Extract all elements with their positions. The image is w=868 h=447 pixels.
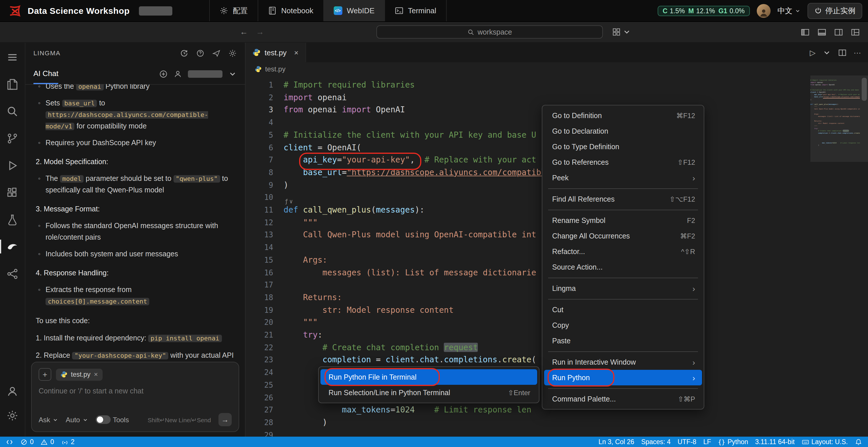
- context-file-chip[interactable]: test.py ×: [56, 369, 102, 380]
- breadcrumb[interactable]: test.py: [246, 62, 868, 75]
- status-item-bell[interactable]: [855, 438, 862, 446]
- stop-instance-button[interactable]: 停止实例: [807, 3, 862, 19]
- editor-tab-testpy[interactable]: test.py ×: [246, 43, 306, 62]
- send-hint: Shift↵New Line/↵Send: [148, 416, 211, 423]
- activity-item-run-debug[interactable]: [0, 157, 25, 174]
- activity-item-source-control[interactable]: [0, 130, 25, 147]
- inline-function-action[interactable]: ƒ∨: [285, 195, 294, 207]
- model-dropdown[interactable]: Auto: [66, 416, 88, 424]
- user-avatar[interactable]: [757, 4, 771, 18]
- line-number: 1: [246, 79, 273, 91]
- status-item-3-11-11-64-bit[interactable]: 3.11.11 64-bit: [755, 438, 795, 445]
- status-item-0[interactable]: 0: [20, 438, 34, 446]
- grid-menu-button[interactable]: [612, 28, 631, 36]
- activity-item-account[interactable]: [0, 382, 25, 400]
- status-item-spaces-4[interactable]: Spaces: 4: [641, 438, 671, 445]
- toggle-secondary-sidebar-icon[interactable]: [834, 28, 843, 37]
- status-item-remote[interactable]: [6, 438, 13, 446]
- run-debug-icon: [6, 159, 19, 171]
- tab-ai-chat[interactable]: AI Chat: [33, 63, 59, 84]
- menu-item-rename-symbol[interactable]: Rename SymbolF2: [544, 213, 702, 228]
- chevron-down-icon[interactable]: [228, 69, 237, 78]
- chat-block-olist: 1. Install the required dependency: pip …: [36, 332, 236, 344]
- remove-context-icon[interactable]: ×: [94, 371, 98, 379]
- toggle-panel-icon[interactable]: [817, 28, 827, 37]
- scrollbar-thumb[interactable]: [862, 78, 867, 101]
- code-line: 1# Import required libraries: [246, 79, 868, 91]
- toggle-sidebar-icon[interactable]: [801, 28, 810, 37]
- chat-block-bullet: Follows the standard OpenAI messages str…: [36, 220, 236, 243]
- menu-item-copy[interactable]: Copy: [544, 317, 702, 333]
- line-number: 21: [246, 329, 273, 341]
- menu-item-command-palette[interactable]: Command Palette...⇧⌘P: [544, 391, 702, 407]
- menu-item-go-to-definition[interactable]: Go to Definition⌘F12: [544, 108, 702, 123]
- add-context-button[interactable]: +: [39, 368, 51, 381]
- product-tab-terminal[interactable]: Terminal: [384, 0, 447, 21]
- close-tab-icon[interactable]: ×: [294, 48, 299, 57]
- menu-item-change-all-occurrences[interactable]: Change All Occurrences⌘F2: [544, 228, 702, 244]
- run-file-icon[interactable]: ▷: [810, 48, 815, 57]
- mode-dropdown[interactable]: Ask: [39, 416, 58, 424]
- activity-item-testing[interactable]: [0, 211, 25, 228]
- menu-item-run-selection-line-in-python-terminal[interactable]: Run Selection/Line in Python Terminal⇧En…: [320, 385, 537, 400]
- status-text: Python: [727, 438, 748, 445]
- activity-item-settings[interactable]: [0, 407, 25, 424]
- product-tab-[interactable]: 配置: [209, 0, 258, 21]
- menu-item-refactor[interactable]: Refactor...^⇧R: [544, 244, 702, 259]
- send-button[interactable]: →: [218, 413, 232, 426]
- help-icon[interactable]: [196, 49, 205, 57]
- line-number: 5: [246, 129, 273, 141]
- chevron-down-icon[interactable]: [823, 48, 831, 57]
- tools-toggle[interactable]: Tools: [95, 415, 129, 424]
- product-tab-webide[interactable]: </>WebIDE: [323, 0, 384, 21]
- menu-item-go-to-declaration[interactable]: Go to Declaration: [544, 123, 702, 139]
- back-arrow-icon[interactable]: ←: [240, 27, 248, 36]
- customize-layout-icon[interactable]: [851, 28, 860, 37]
- activity-item-search[interactable]: [0, 102, 25, 120]
- workspace-search-input[interactable]: workspace: [376, 25, 603, 39]
- new-chat-icon[interactable]: [159, 69, 168, 78]
- account-icon[interactable]: [174, 69, 182, 78]
- nodes-icon: [6, 267, 19, 280]
- menu-item-run-python[interactable]: Run Python›: [544, 370, 702, 385]
- line-number: 20: [246, 317, 273, 329]
- status-item-python[interactable]: {}Python: [718, 438, 748, 445]
- status-item-layout-u-s[interactable]: Layout: U.S.: [801, 438, 848, 446]
- inline-code: "qwen-plus": [174, 175, 220, 183]
- minimap-slider[interactable]: [810, 75, 868, 162]
- chat-input-card[interactable]: + test.py × Continue or '/' to start a n…: [31, 362, 239, 432]
- menu-item-run-in-interactive-window[interactable]: Run in Interactive Window›: [544, 354, 702, 370]
- gear-icon[interactable]: [228, 49, 237, 57]
- status-item-utf-8[interactable]: UTF-8: [678, 438, 696, 445]
- activity-item-extensions[interactable]: [0, 184, 25, 201]
- menu-item-go-to-type-definition[interactable]: Go to Type Definition: [544, 139, 702, 154]
- terminal-icon: [395, 6, 403, 15]
- more-actions-icon[interactable]: ···: [854, 48, 861, 57]
- language-selector[interactable]: 中文: [777, 5, 801, 16]
- app-logo-icon: [8, 4, 22, 18]
- status-item-lf[interactable]: LF: [703, 438, 711, 445]
- status-item-2[interactable]: 2: [61, 438, 75, 446]
- share-icon[interactable]: [212, 49, 221, 57]
- chat-block-bullet: Includes both system and user messages: [36, 248, 236, 260]
- menu-item-paste[interactable]: Paste: [544, 333, 702, 349]
- status-item-ln-3-col-26[interactable]: Ln 3, Col 26: [598, 438, 634, 445]
- menu-item-lingma[interactable]: Lingma›: [544, 281, 702, 296]
- history-icon[interactable]: [180, 49, 188, 57]
- activity-item-explorer[interactable]: [0, 75, 25, 93]
- menu-item-cut[interactable]: Cut: [544, 302, 702, 317]
- menu-item-go-to-references[interactable]: Go to References⇧F12: [544, 154, 702, 170]
- chat-input-placeholder[interactable]: Continue or '/' to start a new chat: [39, 387, 232, 395]
- activity-item-nodes[interactable]: [0, 265, 25, 282]
- toggle-switch[interactable]: [95, 415, 111, 424]
- activity-item-menu[interactable]: [0, 49, 25, 66]
- menu-item-find-all-references[interactable]: Find All References⇧⌥F12: [544, 191, 702, 207]
- forward-arrow-icon[interactable]: →: [256, 27, 264, 36]
- product-tab-notebook[interactable]: Notebook: [258, 0, 323, 21]
- status-item-0[interactable]: 0: [41, 438, 54, 446]
- split-editor-icon[interactable]: [838, 48, 847, 57]
- menu-item-peek[interactable]: Peek›: [544, 170, 702, 186]
- menu-item-source-action[interactable]: Source Action...: [544, 259, 702, 275]
- menu-item-run-python-file-in-terminal[interactable]: Run Python File in Terminal: [320, 369, 537, 385]
- activity-item-lingma[interactable]: [0, 238, 25, 255]
